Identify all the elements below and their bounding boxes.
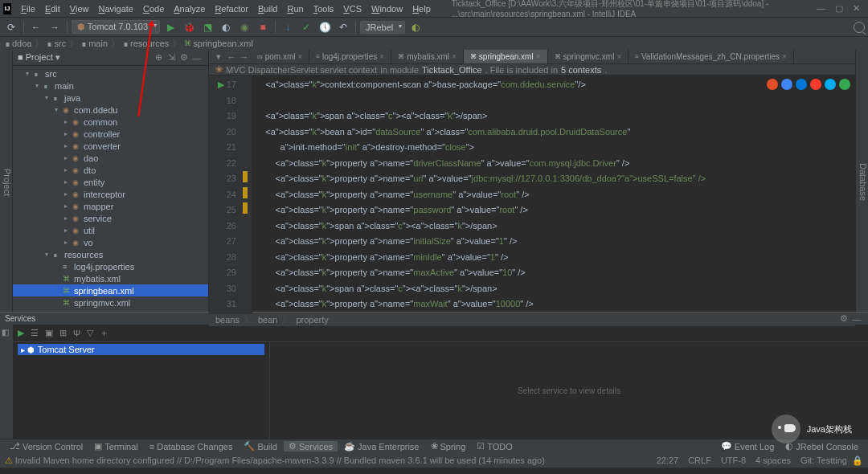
toolwindow-event-log[interactable]: 💬 Event Log [716, 441, 780, 452]
run-button[interactable]: ▶ [162, 19, 178, 35]
close-button[interactable]: ✕ [853, 3, 860, 14]
tree-resources[interactable]: ▾∎resources [13, 248, 208, 260]
toolwindow-services[interactable]: ⚙ Services [284, 441, 338, 452]
crumb-main[interactable]: ∎ main [81, 39, 108, 49]
profile-button[interactable]: ◐ [218, 19, 234, 35]
tab-mybatis-xml[interactable]: ⌘mybatis.xml × [391, 50, 464, 63]
tab-log4j-properties[interactable]: ≡log4j.properties × [309, 50, 391, 63]
editor-body[interactable]: <a">class="k">context:component-scan a">… [252, 76, 855, 314]
services-hide-button[interactable]: — [850, 314, 863, 324]
toolwindow-todo[interactable]: ☑ TODO [472, 441, 518, 452]
tab-close-icon[interactable]: × [616, 52, 621, 61]
tree-dao[interactable]: ▸◉dao [13, 152, 208, 164]
stop-button[interactable]: ■ [255, 19, 271, 35]
tree-mybatis-xml[interactable]: ⌘mybatis.xml [13, 272, 208, 284]
services-add-button[interactable]: ＋ [100, 327, 108, 339]
search-everywhere-button[interactable] [854, 22, 865, 33]
run-config-combo[interactable]: ⬢ Tomcat 7.0.103 [72, 20, 160, 34]
tab-springbean-xml[interactable]: ⌘springbean.xml × [464, 50, 548, 63]
menu-view[interactable]: View [65, 4, 94, 14]
hide-button[interactable]: — [190, 53, 203, 63]
tree-interceptor[interactable]: ▸◉interceptor [13, 188, 208, 200]
status-4-spaces[interactable]: 4 spaces [751, 456, 796, 465]
menu-edit[interactable]: Edit [40, 4, 65, 14]
tree-log4j-properties[interactable]: ≡log4j.properties [13, 260, 208, 272]
menu-help[interactable]: Help [407, 4, 436, 14]
tree-main[interactable]: ▾∎main [13, 80, 208, 92]
services-run-button[interactable]: ▶ [18, 328, 24, 338]
tree-util[interactable]: ▸◉util [13, 224, 208, 236]
menu-file[interactable]: File [16, 4, 40, 14]
tree-validationmessages-zh-cn-properties[interactable]: ≡ValidationMessages_zh_CN.properties [13, 309, 208, 312]
back-button[interactable]: ← [28, 19, 44, 35]
crumb-resources[interactable]: ∎ resources [123, 39, 169, 49]
jrebel-combo[interactable]: JRebel [360, 21, 405, 34]
crumb-springbean.xml[interactable]: ⌘ springbean.xml [184, 39, 253, 48]
services-settings-icon[interactable]: ⚙ [837, 313, 850, 324]
coverage-button[interactable]: ⬔ [199, 19, 215, 35]
status-utf-8[interactable]: UTF-8 [716, 456, 751, 465]
tab-springmvc-xml[interactable]: ⌘springmvc.xml × [548, 50, 629, 63]
left-tool-stripe[interactable]: Project [0, 50, 13, 312]
sync-icon[interactable]: ⟳ [3, 19, 19, 35]
crumb-ddoa[interactable]: ∎ ddoa [5, 39, 31, 49]
services-tree-icon[interactable]: ☰ [31, 328, 39, 338]
jrebel-icon[interactable]: ◐ [407, 19, 424, 35]
tree-dto[interactable]: ▸◉dto [13, 164, 208, 176]
menu-vcs[interactable]: VCS [338, 4, 366, 14]
toolwindow-jrebel-console[interactable]: ◐ JRebel Console [780, 441, 863, 452]
select-opened-file-button[interactable]: ⊕ [152, 52, 165, 63]
toolwindow-java-enterprise[interactable]: ☕ Java Enterprise [339, 441, 424, 452]
toolwindow-build[interactable]: 🔨 Build [239, 441, 281, 452]
menu-run[interactable]: Run [282, 4, 308, 14]
vcs-commit-button[interactable]: ✓ [298, 19, 314, 35]
status-crlf[interactable]: CRLF [683, 456, 716, 465]
tree-java[interactable]: ▾∎java [13, 92, 208, 104]
tree-common[interactable]: ▸◉common [13, 116, 208, 128]
forward-button[interactable]: → [47, 19, 63, 35]
toolwindow-spring[interactable]: ❀ Spring [426, 441, 471, 452]
tab-close-icon[interactable]: × [782, 52, 787, 61]
tab-pom-xml[interactable]: mpom.xml × [251, 50, 309, 63]
tab-validationmessages-zh-cn-properties[interactable]: ≡ValidationMessages_zh_CN.properties × [628, 50, 794, 63]
crumb-src[interactable]: ∎ src [47, 39, 66, 49]
tab-close-icon[interactable]: × [536, 52, 541, 61]
right-tool-stripe[interactable]: Database [855, 50, 868, 312]
vcs-rollback-button[interactable]: ↶ [335, 19, 351, 35]
menu-build[interactable]: Build [253, 4, 282, 14]
tab-dropdown-button[interactable]: ▾ [212, 51, 225, 62]
tab-prev-button[interactable]: ← [225, 52, 238, 62]
tree-src[interactable]: ▾∎src [13, 67, 208, 80]
menu-code[interactable]: Code [138, 4, 169, 14]
menu-refactor[interactable]: Refactor [210, 4, 253, 14]
vcs-update-button[interactable]: ↓ [280, 19, 296, 35]
debug-button[interactable]: 🐞 [181, 19, 197, 35]
menu-window[interactable]: Window [366, 4, 407, 14]
status-22-27[interactable]: 22:27 [652, 456, 684, 465]
services-funnel-icon[interactable]: ▽ [87, 328, 93, 338]
maximize-button[interactable]: ▢ [835, 3, 843, 14]
tab-close-icon[interactable]: × [379, 52, 384, 61]
toolwindow-version-control[interactable]: ⎇ Version Control [5, 441, 88, 452]
services-group-icon[interactable]: ⊞ [59, 328, 67, 338]
status-git--testting[interactable]: Git: Testting [796, 456, 852, 465]
tab-close-icon[interactable]: × [297, 52, 302, 61]
services-vert-icon[interactable]: ◧ [2, 328, 11, 337]
menu-tools[interactable]: Tools [309, 4, 339, 14]
tree-com-ddedu[interactable]: ▾◉com.ddedu [13, 104, 208, 116]
services-tomcat-node[interactable]: ▸ ⬢ Tomcat Server [18, 344, 264, 355]
attach-button[interactable]: ◉ [236, 19, 252, 35]
minimize-button[interactable]: — [817, 3, 825, 14]
vcs-history-button[interactable]: 🕔 [317, 19, 333, 35]
toolwindow-terminal[interactable]: ▣ Terminal [89, 441, 143, 452]
tree-vo[interactable]: ▸◉vo [13, 236, 208, 248]
services-filter-icon[interactable]: ▣ [45, 328, 53, 338]
services-sort-icon[interactable]: Ψ [73, 329, 80, 338]
tree-converter[interactable]: ▸◉converter [13, 140, 208, 152]
expand-all-button[interactable]: ⇲ [165, 52, 178, 63]
tree-springmvc-xml[interactable]: ⌘springmvc.xml [13, 296, 208, 309]
tab-next-button[interactable]: → [238, 52, 251, 62]
menu-navigate[interactable]: Navigate [94, 4, 138, 14]
tab-close-icon[interactable]: × [452, 52, 457, 61]
tree-entity[interactable]: ▸◉entity [13, 176, 208, 188]
